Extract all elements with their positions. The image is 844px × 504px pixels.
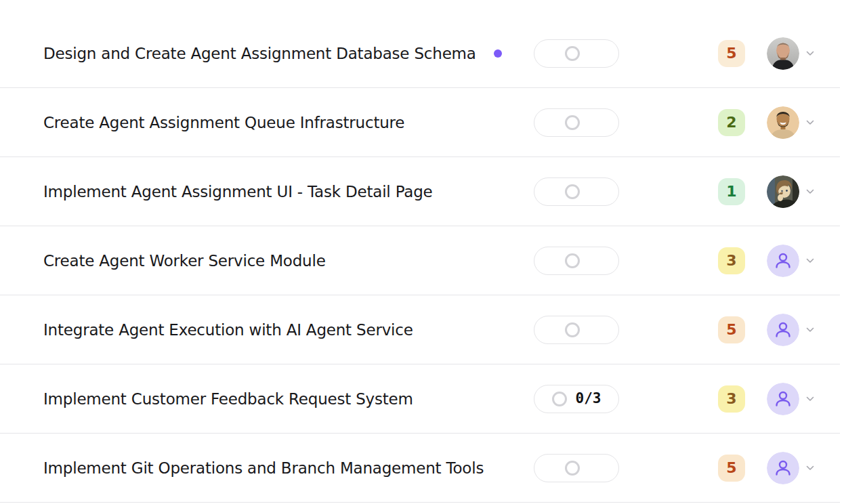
task-row[interactable]: Implement Customer Feedback Request Syst…: [0, 364, 840, 434]
subtask-progress-pill[interactable]: [534, 39, 619, 68]
chevron-down-icon[interactable]: [806, 396, 814, 402]
estimate-badge[interactable]: 2: [718, 109, 745, 136]
task-title: Create Agent Assignment Queue Infrastruc…: [43, 114, 404, 131]
task-row[interactable]: Design and Create Agent Assignment Datab…: [0, 19, 840, 88]
subtask-progress-pill[interactable]: [534, 247, 619, 275]
chevron-down-icon[interactable]: [806, 258, 814, 264]
row-right-cluster: 5: [534, 452, 814, 484]
progress-ring-icon: [565, 115, 580, 130]
chevron-down-icon[interactable]: [806, 327, 814, 333]
task-title: Implement Agent Assignment UI - Task Det…: [43, 183, 433, 201]
task-row[interactable]: Create Agent Worker Service Module 3: [0, 226, 840, 295]
chevron-down-icon[interactable]: [806, 120, 814, 125]
avatar-anime-character[interactable]: [767, 175, 799, 208]
user-placeholder-icon[interactable]: [767, 245, 799, 277]
avatar-photo-man-gray[interactable]: [767, 37, 799, 70]
progress-ring-icon: [565, 46, 580, 61]
row-right-cluster: 0/3 3: [534, 383, 814, 415]
chevron-down-icon[interactable]: [806, 465, 814, 471]
subtask-progress-pill[interactable]: [534, 108, 619, 137]
estimate-badge[interactable]: 1: [718, 178, 745, 205]
row-right-cluster: 3: [534, 245, 814, 277]
subtask-progress-pill[interactable]: [534, 454, 619, 482]
progress-ring-icon: [565, 322, 580, 337]
row-right-cluster: 5: [534, 37, 814, 70]
estimate-badge[interactable]: 3: [718, 385, 745, 413]
task-row[interactable]: Integrate Agent Execution with AI Agent …: [0, 295, 840, 364]
row-right-cluster: 1: [534, 175, 814, 208]
progress-ring-icon: [565, 184, 580, 199]
task-row[interactable]: Create Agent Assignment Queue Infrastruc…: [0, 88, 840, 157]
estimate-badge[interactable]: 5: [718, 455, 745, 482]
task-title: Implement Customer Feedback Request Syst…: [43, 390, 413, 408]
task-title: Create Agent Worker Service Module: [43, 252, 326, 270]
estimate-badge[interactable]: 5: [718, 40, 745, 67]
chevron-down-icon[interactable]: [806, 51, 814, 56]
progress-ring-icon: [552, 392, 567, 406]
user-placeholder-icon[interactable]: [767, 383, 799, 415]
user-placeholder-icon[interactable]: [767, 314, 799, 346]
estimate-badge[interactable]: 3: [718, 247, 745, 274]
estimate-badge[interactable]: 5: [718, 316, 745, 343]
task-title: Integrate Agent Execution with AI Agent …: [43, 321, 413, 339]
row-right-cluster: 2: [534, 106, 814, 139]
subtask-progress-pill[interactable]: [534, 316, 619, 344]
subtask-progress-label: 0/3: [576, 392, 602, 406]
task-title: Implement Git Operations and Branch Mana…: [43, 459, 484, 477]
task-title: Design and Create Agent Assignment Datab…: [43, 45, 476, 62]
subtask-progress-pill[interactable]: 0/3: [534, 385, 619, 413]
subtask-progress-pill[interactable]: [534, 177, 619, 206]
avatar-illustrated-man-tan[interactable]: [767, 106, 799, 139]
task-row[interactable]: Implement Agent Assignment UI - Task Det…: [0, 157, 840, 226]
row-right-cluster: 5: [534, 314, 814, 346]
task-list: Design and Create Agent Assignment Datab…: [0, 0, 844, 503]
progress-ring-icon: [565, 253, 580, 268]
user-placeholder-icon[interactable]: [767, 452, 799, 484]
task-row[interactable]: Implement Git Operations and Branch Mana…: [0, 434, 840, 503]
status-dot: [494, 49, 502, 58]
chevron-down-icon[interactable]: [806, 189, 814, 194]
progress-ring-icon: [565, 461, 580, 476]
